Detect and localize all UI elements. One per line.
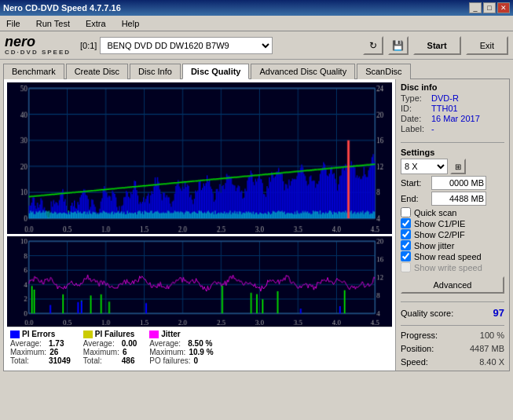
show-c1-label: Show C1/PIE bbox=[414, 219, 465, 228]
disc-type-row: Type: DVD-R bbox=[401, 93, 504, 103]
show-c1-checkbox[interactable] bbox=[401, 218, 411, 228]
menu-bar: File Run Test Extra Help bbox=[0, 16, 513, 31]
pi-errors-max-value: 26 bbox=[49, 348, 58, 356]
show-read-speed-checkbox[interactable] bbox=[401, 251, 411, 261]
settings-section: Settings 8 X ⊞ Start: End: Quick scan bbox=[401, 148, 504, 294]
tab-benchmark[interactable]: Benchmark bbox=[3, 64, 64, 79]
jitter-max-value: 10.9 % bbox=[189, 348, 213, 356]
advanced-button[interactable]: Advanced bbox=[401, 276, 504, 294]
jitter-stats: Average: 8.50 % Maximum: 10.9 % PO failu… bbox=[149, 339, 213, 365]
show-jitter-checkbox[interactable] bbox=[401, 240, 411, 250]
legend-pi-errors: PI Errors Average: 1.73 Maximum: 26 Tota… bbox=[10, 330, 71, 365]
right-panel: Disc info Type: DVD-R ID: TTH01 Date: 16… bbox=[395, 79, 509, 371]
tab-advanced-disc-quality[interactable]: Advanced Disc Quality bbox=[251, 64, 355, 79]
exit-button[interactable]: Exit bbox=[466, 36, 508, 55]
disc-label-label: Label: bbox=[401, 124, 428, 133]
drive-selector: [0:1] BENQ DVD DD DW1620 B7W9 bbox=[80, 37, 358, 54]
disc-date-row: Date: 16 Mar 2017 bbox=[401, 114, 504, 123]
po-failures-value: 0 bbox=[194, 356, 199, 365]
tab-scandisc[interactable]: ScanDisc bbox=[357, 64, 410, 79]
quality-score-label: Quality score: bbox=[401, 309, 453, 318]
quick-scan-label: Quick scan bbox=[414, 208, 456, 217]
show-read-speed-label: Show read speed bbox=[414, 252, 482, 261]
menu-file[interactable]: File bbox=[3, 17, 24, 30]
pi-errors-max-label: Maximum: bbox=[10, 348, 46, 356]
legend-jitter: Jitter Average: 8.50 % Maximum: 10.9 % P… bbox=[149, 330, 213, 365]
show-read-speed-row: Show read speed bbox=[401, 251, 504, 261]
end-mb-input[interactable] bbox=[431, 192, 486, 206]
close-button[interactable]: ✕ bbox=[497, 2, 510, 13]
tab-disc-info[interactable]: Disc Info bbox=[130, 64, 181, 79]
end-mb-row: End: bbox=[401, 192, 504, 206]
pi-errors-label: PI Errors bbox=[22, 330, 55, 338]
show-c2-label: Show C2/PIF bbox=[414, 230, 465, 239]
jitter-color-box bbox=[149, 331, 159, 338]
position-row: Position: 4487 MB bbox=[401, 344, 504, 353]
pi-errors-stats: Average: 1.73 Maximum: 26 Total: 31049 bbox=[10, 339, 71, 365]
disc-type-label: Type: bbox=[401, 93, 428, 103]
pi-failures-stats: Average: 0.00 Maximum: 6 Total: 486 bbox=[83, 339, 137, 365]
progress-value: 100 % bbox=[480, 331, 504, 340]
quality-score-row: Quality score: 97 bbox=[401, 307, 504, 319]
tab-create-disc[interactable]: Create Disc bbox=[66, 64, 128, 79]
quality-score-value: 97 bbox=[493, 307, 504, 319]
legend: PI Errors Average: 1.73 Maximum: 26 Tota… bbox=[7, 327, 392, 367]
start-mb-input[interactable] bbox=[431, 176, 486, 190]
pi-errors-avg-label: Average: bbox=[10, 339, 46, 348]
nero-logo: nero CD·DVD SPEED bbox=[5, 35, 71, 56]
jitter-avg-label: Average: bbox=[149, 339, 185, 348]
pi-failures-total-value: 486 bbox=[122, 356, 135, 365]
tab-disc-quality[interactable]: Disc Quality bbox=[182, 64, 250, 79]
settings-title: Settings bbox=[401, 148, 504, 157]
save-button[interactable]: 💾 bbox=[388, 36, 409, 55]
maximize-button[interactable]: □ bbox=[483, 2, 496, 13]
speed-row-2: Speed: 8.40 X bbox=[401, 357, 504, 367]
content-area: PI Errors Average: 1.73 Maximum: 26 Tota… bbox=[3, 79, 510, 371]
tab-bar: Benchmark Create Disc Disc Info Disc Qua… bbox=[0, 60, 513, 79]
start-mb-row: Start: bbox=[401, 176, 504, 190]
menu-extra[interactable]: Extra bbox=[82, 17, 109, 30]
legend-pi-failures: PI Failures Average: 0.00 Maximum: 6 Tot… bbox=[83, 330, 137, 365]
drive-label: [0:1] bbox=[80, 41, 97, 50]
drive-combo[interactable]: BENQ DVD DD DW1620 B7W9 bbox=[100, 37, 273, 54]
minimize-button[interactable]: _ bbox=[469, 2, 482, 13]
title-bar: Nero CD-DVD Speed 4.7.7.16 _ □ ✕ bbox=[0, 0, 513, 16]
disc-label-value: - bbox=[431, 124, 434, 133]
refresh-button[interactable]: ↻ bbox=[363, 36, 383, 55]
menu-help[interactable]: Help bbox=[119, 17, 143, 30]
show-c2-row: Show C2/PIF bbox=[401, 229, 504, 239]
pi-failures-color-box bbox=[83, 331, 93, 338]
show-write-speed-checkbox bbox=[401, 262, 411, 272]
pi-failures-max-value: 6 bbox=[123, 348, 127, 356]
start-mb-label: Start: bbox=[401, 178, 428, 188]
position-label: Position: bbox=[401, 344, 434, 353]
logo-sub: CD·DVD SPEED bbox=[5, 49, 71, 56]
pi-errors-avg-value: 1.73 bbox=[49, 339, 64, 348]
show-write-speed-row: Show write speed bbox=[401, 262, 504, 272]
progress-label: Progress: bbox=[401, 331, 438, 340]
disc-date-label: Date: bbox=[401, 114, 428, 123]
speed-value: 8.40 X bbox=[479, 357, 504, 367]
spin-button[interactable]: ⊞ bbox=[450, 159, 466, 174]
title-bar-text: Nero CD-DVD Speed 4.7.7.16 bbox=[3, 3, 121, 13]
jitter-avg-value: 8.50 % bbox=[188, 339, 212, 348]
pi-failures-label: PI Failures bbox=[95, 330, 135, 338]
disc-label-row: Label: - bbox=[401, 124, 504, 133]
position-value: 4487 MB bbox=[470, 344, 504, 353]
show-write-speed-label: Show write speed bbox=[414, 263, 482, 272]
speed-row: 8 X ⊞ bbox=[401, 159, 504, 174]
quick-scan-checkbox[interactable] bbox=[401, 207, 411, 217]
pi-errors-total-value: 31049 bbox=[49, 356, 71, 365]
pi-failures-max-label: Maximum: bbox=[83, 348, 119, 356]
logo-nero: nero bbox=[5, 35, 71, 49]
start-button[interactable]: Start bbox=[413, 36, 461, 55]
menu-run-test[interactable]: Run Test bbox=[33, 17, 73, 30]
show-c2-checkbox[interactable] bbox=[401, 229, 411, 239]
end-mb-label: End: bbox=[401, 194, 428, 203]
disc-id-label: ID: bbox=[401, 104, 428, 113]
upper-chart bbox=[7, 82, 392, 234]
title-bar-buttons: _ □ ✕ bbox=[469, 2, 510, 13]
disc-id-row: ID: TTH01 bbox=[401, 104, 504, 113]
quick-scan-row: Quick scan bbox=[401, 207, 504, 217]
speed-combo[interactable]: 8 X bbox=[401, 159, 448, 174]
